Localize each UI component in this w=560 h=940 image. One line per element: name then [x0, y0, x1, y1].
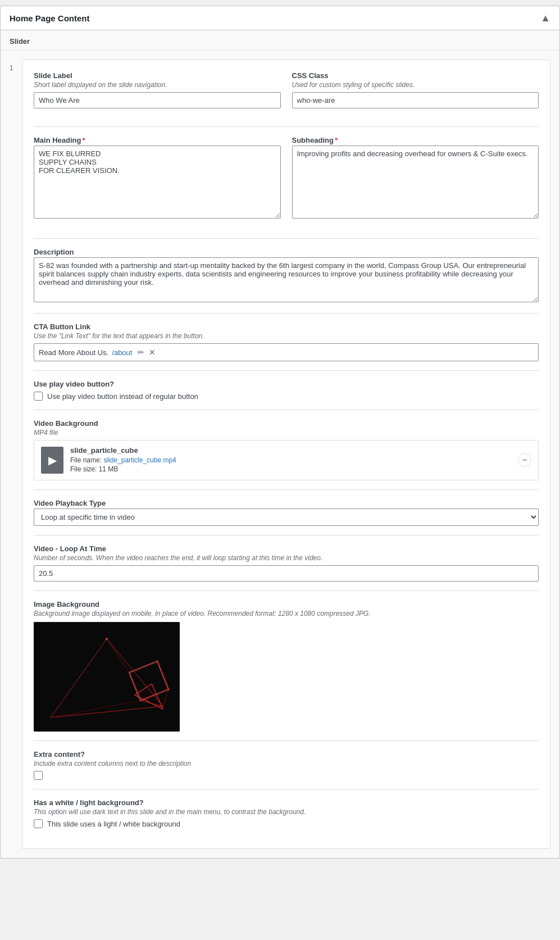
slide-index: 1 [10, 60, 17, 72]
play-video-label: Use play video button? [34, 380, 539, 388]
subheading-col: Subheading* Improving profits and decrea… [292, 136, 539, 229]
description-label: Description [34, 248, 539, 256]
cta-link-url[interactable]: /about [112, 348, 132, 357]
file-name-meta: File name: slide_particle_cube.mp4 [70, 456, 511, 464]
light-bg-checkbox[interactable] [34, 819, 43, 828]
page-header: Home Page Content ▲ [1, 6, 559, 30]
description-group: Description S-82 was founded with a part… [34, 248, 539, 304]
light-bg-label: Has a white / light background? [34, 798, 539, 807]
divider-9 [34, 741, 539, 741]
play-video-checkbox[interactable] [34, 392, 43, 401]
file-info: slide_particle_cube File name: slide_par… [70, 446, 511, 474]
cta-group: CTA Button Link Use the "Link Text" for … [34, 323, 539, 361]
css-class-input[interactable] [292, 92, 539, 108]
file-title: slide_particle_cube [70, 446, 511, 455]
subheading-textarea[interactable]: Improving profits and decreasing overhea… [292, 146, 539, 219]
slide-label-input[interactable] [34, 92, 281, 108]
divider-8 [34, 591, 539, 591]
video-playback-label: Video Playback Type [34, 499, 539, 507]
cta-link-text: Read More About Us. [39, 348, 108, 357]
image-preview [34, 622, 180, 732]
divider-2 [34, 238, 539, 239]
image-bg-desc: Background image displayed on mobile, in… [34, 610, 539, 617]
play-video-group: Use play video button? Use play video bu… [34, 380, 539, 401]
description-textarea[interactable]: S-82 was founded with a partnership and … [34, 257, 539, 302]
css-class-group: CSS Class Used for custom styling of spe… [292, 71, 539, 108]
divider-5 [34, 410, 539, 410]
divider-1 [34, 126, 539, 127]
loop-time-label: Video - Loop At Time [34, 544, 539, 553]
subheading-group: Subheading* Improving profits and decrea… [292, 136, 539, 220]
divider-3 [34, 313, 539, 314]
main-heading-textarea[interactable]: WE FIX BLURRED SUPPLY CHAINS FOR CLEARER… [34, 146, 281, 219]
divider-7 [34, 535, 539, 535]
slide-label-group: Slide Label Short label displayed on the… [34, 71, 281, 108]
play-video-checkbox-row: Use play video button instead of regular… [34, 392, 539, 401]
css-class-col: CSS Class Used for custom styling of spe… [292, 71, 539, 117]
image-preview-svg [34, 622, 180, 732]
extra-content-checkbox[interactable] [34, 771, 43, 780]
video-remove-button[interactable]: − [518, 453, 531, 467]
cta-remove-button[interactable]: ✕ [148, 347, 157, 357]
main-heading-group: Main Heading* WE FIX BLURRED SUPPLY CHAI… [34, 136, 281, 220]
divider-6 [34, 489, 539, 490]
divider-10 [34, 789, 539, 789]
video-bg-group: Video Background MP4 file ▶ slide_partic… [34, 419, 539, 480]
svg-point-10 [106, 638, 108, 640]
loop-time-group: Video - Loop At Time Number of seconds. … [34, 544, 539, 582]
page-title: Home Page Content [10, 13, 90, 23]
light-bg-group: Has a white / light background? This opt… [34, 798, 539, 828]
video-playback-select[interactable]: Loop at specific time in video Loop from… [34, 508, 539, 526]
subheading-label: Subheading* [292, 136, 539, 144]
divider-4 [34, 370, 539, 371]
css-class-label: CSS Class [292, 71, 539, 80]
video-bg-desc: MP4 file [34, 429, 539, 437]
play-video-checkbox-label[interactable]: Use play video button instead of regular… [47, 392, 198, 401]
file-icon-symbol: ▶ [48, 453, 57, 467]
slide-label-col: Slide Label Short label displayed on the… [34, 71, 281, 117]
collapse-icon[interactable]: ▲ [540, 13, 550, 23]
file-name-link[interactable]: slide_particle_cube.mp4 [103, 456, 176, 464]
video-file-card: ▶ slide_particle_cube File name: slide_p… [34, 440, 539, 480]
extra-content-checkbox-row [34, 771, 539, 780]
heading-row: Main Heading* WE FIX BLURRED SUPPLY CHAI… [34, 136, 539, 229]
loop-time-desc: Number of seconds. When the video reache… [34, 554, 539, 562]
slide-wrapper: 1 Slide Label Short label displayed on t… [10, 60, 550, 849]
light-bg-checkbox-row: This slide uses a light / white backgrou… [34, 819, 539, 828]
file-icon: ▶ [41, 447, 63, 474]
light-bg-desc: This option will use dark text in this s… [34, 808, 539, 816]
light-bg-checkbox-label[interactable]: This slide uses a light / white backgrou… [47, 820, 180, 828]
file-size-value: 11 MB [99, 465, 119, 473]
extra-content-group: Extra content? Include extra content col… [34, 750, 539, 780]
slide-label-row: Slide Label Short label displayed on the… [34, 71, 539, 117]
loop-time-input[interactable] [34, 565, 539, 582]
slide-card: Slide Label Short label displayed on the… [22, 60, 550, 849]
file-size-meta: File size: 11 MB [70, 465, 511, 473]
image-bg-label: Image Background [34, 600, 539, 608]
extra-content-label: Extra content? [34, 750, 539, 759]
cta-link-wrapper: Read More About Us. /about ✏ ✕ [34, 343, 539, 361]
slide-label-desc: Short label displayed on the slide navig… [34, 81, 281, 89]
main-heading-col: Main Heading* WE FIX BLURRED SUPPLY CHAI… [34, 136, 281, 229]
slide-label-label: Slide Label [34, 71, 281, 80]
cta-desc: Use the "Link Text" for the text that ap… [34, 332, 539, 340]
cta-label: CTA Button Link [34, 323, 539, 331]
main-heading-label: Main Heading* [34, 136, 281, 144]
css-class-desc: Used for custom styling of specific slid… [292, 81, 539, 89]
slider-section-label: Slider [1, 30, 559, 51]
video-playback-group: Video Playback Type Loop at specific tim… [34, 499, 539, 526]
image-bg-group: Image Background Background image displa… [34, 600, 539, 732]
cta-link-actions: ✏ ✕ [136, 347, 157, 357]
cta-edit-button[interactable]: ✏ [136, 347, 145, 357]
extra-content-desc: Include extra content columns next to th… [34, 760, 539, 768]
slider-container: 1 Slide Label Short label displayed on t… [1, 51, 559, 858]
video-bg-label: Video Background [34, 419, 539, 428]
